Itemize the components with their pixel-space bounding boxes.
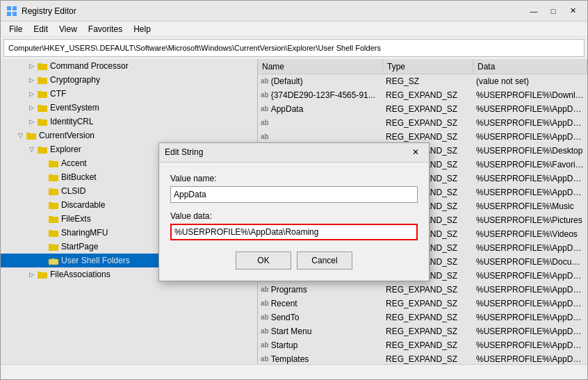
close-button[interactable]: ✕ xyxy=(564,4,582,18)
svg-rect-3 xyxy=(13,12,17,16)
value-name-group: Value name: xyxy=(170,174,418,203)
ok-button[interactable]: OK xyxy=(236,251,291,270)
title-bar-controls: — □ ✕ xyxy=(525,4,582,18)
value-name-input[interactable] xyxy=(170,186,418,203)
menu-view[interactable]: View xyxy=(54,23,83,35)
modal-title-bar: Edit String ✕ xyxy=(159,143,429,163)
svg-rect-1 xyxy=(13,6,17,10)
address-bar: Computer\HKEY_USERS\.DEFAULT\Software\Mi… xyxy=(3,39,585,57)
modal-overlay: Edit String ✕ Value name: Value data: OK xyxy=(1,59,587,364)
title-bar-left: Registry Editor xyxy=(6,6,76,17)
minimize-button[interactable]: — xyxy=(525,4,543,18)
edit-string-dialog: Edit String ✕ Value name: Value data: OK xyxy=(158,142,430,281)
title-bar: Registry Editor — □ ✕ xyxy=(1,1,587,22)
value-data-input[interactable] xyxy=(170,224,418,240)
menu-file[interactable]: File xyxy=(3,23,28,35)
main-content: ▷ Command Processor ▷ Cryptography xyxy=(1,59,587,364)
registry-editor-window: Registry Editor — □ ✕ File Edit View Fav… xyxy=(0,0,588,380)
modal-close-button[interactable]: ✕ xyxy=(408,145,423,159)
modal-body: Value name: Value data: OK Cancel xyxy=(159,163,429,281)
value-data-group: Value data: xyxy=(170,211,418,240)
modal-buttons: OK Cancel xyxy=(170,251,418,270)
app-icon xyxy=(6,6,17,17)
value-data-label: Value data: xyxy=(170,211,418,221)
cancel-button[interactable]: Cancel xyxy=(297,251,352,270)
address-path: Computer\HKEY_USERS\.DEFAULT\Software\Mi… xyxy=(8,44,381,52)
svg-rect-2 xyxy=(7,12,11,16)
menu-edit[interactable]: Edit xyxy=(28,23,54,35)
svg-rect-0 xyxy=(7,6,11,10)
value-name-label: Value name: xyxy=(170,174,418,183)
modal-title: Edit String xyxy=(165,147,203,157)
window-title: Registry Editor xyxy=(22,6,76,16)
menu-help[interactable]: Help xyxy=(128,23,156,35)
status-bar xyxy=(1,364,587,379)
menu-bar: File Edit View Favorites Help xyxy=(1,22,587,37)
maximize-button[interactable]: □ xyxy=(544,4,562,18)
menu-favorites[interactable]: Favorites xyxy=(83,23,128,35)
